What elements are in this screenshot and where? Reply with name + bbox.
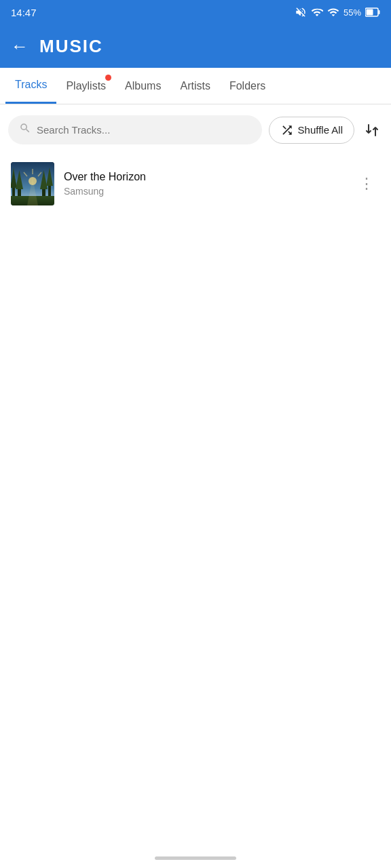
signal-icon <box>327 6 339 18</box>
status-time: 14:47 <box>11 7 37 18</box>
battery-text: 55% <box>343 7 361 18</box>
track-artist: Samsung <box>64 186 344 197</box>
tab-playlists[interactable]: Playlists <box>56 68 115 104</box>
search-row: Shuffle All <box>8 115 383 144</box>
sort-button[interactable] <box>361 119 383 141</box>
home-indicator <box>155 856 236 860</box>
status-icons: 55% <box>295 6 380 18</box>
tab-artists[interactable]: Artists <box>170 68 219 104</box>
track-title: Over the Horizon <box>64 171 344 183</box>
wifi-icon <box>311 6 323 18</box>
track-item[interactable]: Over the Horizon Samsung ⋮ <box>8 155 383 212</box>
content-area: Shuffle All <box>0 104 391 223</box>
page-title: MUSIC <box>39 36 103 57</box>
shuffle-all-button[interactable]: Shuffle All <box>269 117 354 144</box>
shuffle-label: Shuffle All <box>298 124 343 136</box>
search-icon <box>19 122 31 138</box>
header: ← MUSIC <box>0 24 391 68</box>
shuffle-icon <box>280 123 294 137</box>
sort-icon <box>364 122 380 138</box>
track-list: Over the Horizon Samsung ⋮ <box>8 155 383 212</box>
mute-icon <box>295 6 307 18</box>
battery-icon <box>365 7 380 17</box>
search-input[interactable] <box>37 124 251 136</box>
svg-rect-2 <box>379 10 380 14</box>
track-artwork <box>11 162 54 205</box>
back-button[interactable]: ← <box>11 37 29 55</box>
tab-tracks[interactable]: Tracks <box>5 68 56 104</box>
tab-albums[interactable]: Albums <box>115 68 170 104</box>
tabs-container: Tracks Playlists Albums Artists Folders <box>0 68 391 104</box>
tab-folders[interactable]: Folders <box>220 68 275 104</box>
search-box <box>8 115 262 144</box>
playlists-notification-dot <box>105 75 111 81</box>
status-bar: 14:47 55% <box>0 0 391 24</box>
svg-rect-1 <box>367 9 373 16</box>
track-more-button[interactable]: ⋮ <box>354 172 380 195</box>
tabs: Tracks Playlists Albums Artists Folders <box>0 68 391 104</box>
track-info: Over the Horizon Samsung <box>64 171 344 197</box>
